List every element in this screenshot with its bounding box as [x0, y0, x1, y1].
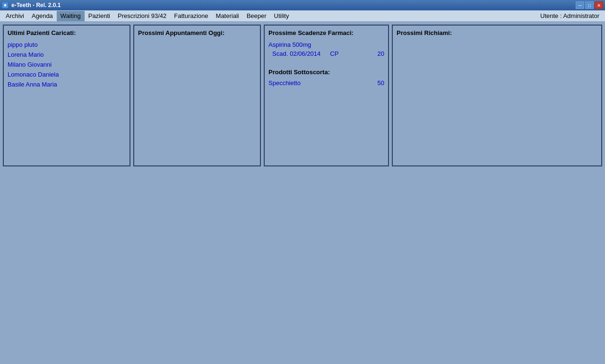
menu-bar: Archivi Agenda Waiting Pazienti Prescriz… — [0, 10, 605, 22]
dashboard-panels: Ultimi Pazienti Caricati: pippo pluto Lo… — [3, 25, 602, 166]
drug-qty-0: 20 — [378, 50, 384, 57]
title-bar: ■ e-Teeth - Rel. 2.0.1 ─ □ ✕ — [0, 0, 605, 10]
panel-medications: Prossime Scadenze Farmaci: Aspirina 500m… — [264, 25, 389, 166]
drug-expiry-date-0: 02/06/2014 — [290, 50, 320, 57]
menu-pazienti[interactable]: Pazienti — [85, 11, 114, 21]
title-bar-left: ■ e-Teeth - Rel. 2.0.1 — [2, 2, 60, 9]
menu-archivi[interactable]: Archivi — [2, 11, 28, 21]
close-button[interactable]: ✕ — [595, 1, 603, 9]
recalls-title: Prossimi Richiami: — [397, 29, 597, 36]
patient-link-1[interactable]: Lorena Mario — [8, 51, 126, 58]
drug-type-0: CP — [330, 50, 338, 57]
patient-link-4[interactable]: Basile Anna Maria — [8, 81, 126, 88]
app-icon: ■ — [2, 2, 9, 9]
app-title: e-Teeth - Rel. 2.0.1 — [11, 2, 60, 9]
sottoscorta-title: Prodotti Sottoscorta: — [268, 69, 384, 76]
panel-recalls: Prossimi Richiami: — [392, 25, 602, 166]
patient-link-2[interactable]: Milano Giovanni — [8, 61, 126, 68]
stock-row-0: Specchietto 50 — [268, 79, 384, 87]
user-info: Utente : Administrator — [536, 12, 603, 19]
main-content: Ultimi Pazienti Caricati: pippo pluto Lo… — [0, 22, 605, 364]
menu-materiali[interactable]: Materiali — [212, 11, 243, 21]
drug-details-0: Scad. 02/06/2014 CP 20 — [268, 50, 384, 57]
stock-qty-0: 50 — [378, 79, 384, 87]
menu-utility[interactable]: Utility — [270, 11, 293, 21]
menu-waiting[interactable]: Waiting — [57, 11, 85, 21]
maximize-button[interactable]: □ — [585, 1, 594, 9]
minimize-button[interactable]: ─ — [576, 1, 584, 9]
menu-fatturazione[interactable]: Fatturazione — [170, 11, 212, 21]
drug-name-0: Aspirina 500mg — [268, 41, 384, 48]
menu-prescrizioni[interactable]: Prescrizioni 93/42 — [114, 11, 170, 21]
panel-appointments: Prossimi Appuntamenti Oggi: — [133, 25, 261, 166]
window-controls: ─ □ ✕ — [576, 1, 603, 9]
panel-recent-patients: Ultimi Pazienti Caricati: pippo pluto Lo… — [3, 25, 130, 166]
recent-patients-title: Ultimi Pazienti Caricati: — [8, 29, 126, 36]
patient-link-0[interactable]: pippo pluto — [8, 41, 126, 48]
menu-beeper[interactable]: Beeper — [243, 11, 270, 21]
drug-expiry-label-0: Scad. — [272, 50, 288, 57]
patient-link-3[interactable]: Lomonaco Daniela — [8, 71, 126, 78]
menu-agenda[interactable]: Agenda — [28, 11, 57, 21]
medications-title: Prossime Scadenze Farmaci: — [268, 29, 384, 36]
stock-name-0: Specchietto — [268, 79, 378, 87]
appointments-title: Prossimi Appuntamenti Oggi: — [138, 29, 256, 36]
